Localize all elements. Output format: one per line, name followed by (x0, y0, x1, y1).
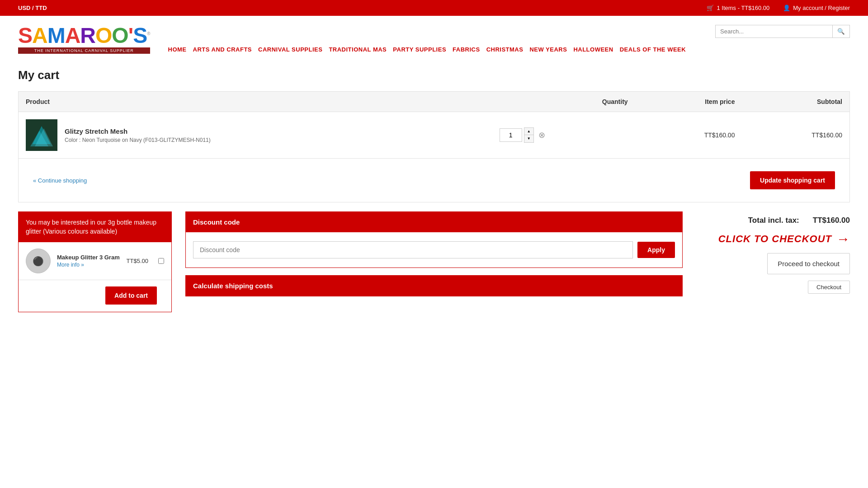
discount-panel: Discount code Apply (185, 211, 683, 268)
product-name: Glitzy Stretch Mesh (65, 127, 211, 135)
related-panel-header: You may be interested in our 3g bottle m… (19, 212, 171, 242)
search-input[interactable] (715, 25, 833, 38)
cart-actions-row: « Continue shopping Update shopping cart (19, 159, 850, 202)
page-content: My cart Product Quantity Item price Subt… (0, 59, 868, 330)
nav-arts-crafts[interactable]: ARTS AND CRAFTS (193, 44, 259, 55)
discount-body: Apply (186, 232, 682, 267)
related-product-name: Makeup Glitter 3 Gram (57, 254, 120, 261)
update-cart-button[interactable]: Update shopping cart (750, 171, 835, 189)
col-item-price: Item price (635, 92, 742, 112)
related-checkbox[interactable] (158, 258, 164, 264)
total-amount: TT$160.00 (813, 216, 850, 225)
logo-text: SAMAROO'S® (18, 25, 150, 47)
proceed-to-checkout-button[interactable]: Proceed to checkout (767, 253, 850, 274)
related-info: Makeup Glitter 3 Gram More info » (57, 254, 120, 268)
quantity-input[interactable] (500, 128, 522, 142)
related-price: TT$5.00 (127, 258, 148, 264)
qty-up-button[interactable]: ▲ (524, 128, 533, 135)
related-thumbnail: ⚫ (26, 249, 51, 273)
account-link[interactable]: 👤 My account / Register (783, 5, 850, 11)
logo[interactable]: SAMAROO'S® THE INTERNATIONAL CARNIVAL SU… (18, 25, 150, 54)
currency-selector[interactable]: USD / TTD (18, 5, 47, 11)
product-variant: Color : Neon Turquoise on Navy (F013-GLI… (65, 137, 211, 143)
add-to-cart-button[interactable]: Add to cart (105, 286, 157, 305)
header: SAMAROO'S® THE INTERNATIONAL CARNIVAL SU… (0, 16, 868, 59)
search-bar: 🔍 (168, 25, 850, 38)
nav-deals[interactable]: DEALS OF THE WEEK (620, 44, 692, 55)
cart-icon: 🛒 (707, 5, 714, 11)
nav-traditional[interactable]: TRADITIONAL MAS (329, 44, 393, 55)
middle-panel: Discount code Apply Calculate shipping c… (185, 211, 683, 296)
nav-carnival[interactable]: CARNIVAL SUPPLIES (258, 44, 329, 55)
related-item: ⚫ Makeup Glitter 3 Gram More info » TT$5… (19, 242, 171, 280)
registered-icon: ® (147, 31, 150, 36)
apply-discount-button[interactable]: Apply (637, 242, 675, 258)
logo-tagline: THE INTERNATIONAL CARNIVAL SUPPLIER (18, 47, 150, 54)
product-cell: Glitzy Stretch Mesh Color : Neon Turquoi… (19, 112, 492, 159)
more-info-link[interactable]: More info » (57, 262, 84, 268)
item-price-cell: TT$160.00 (635, 112, 742, 159)
col-subtotal: Subtotal (742, 92, 849, 112)
cart-table: Product Quantity Item price Subtotal (18, 91, 850, 202)
main-nav: HOME ARTS AND CRAFTS CARNIVAL SUPPLIES T… (168, 44, 850, 55)
col-quantity: Quantity (492, 92, 635, 112)
user-icon: 👤 (783, 5, 790, 11)
search-icon: 🔍 (837, 28, 845, 35)
discount-input[interactable] (193, 241, 633, 258)
product-thumbnail (26, 119, 57, 151)
nav-search-area: 🔍 HOME ARTS AND CRAFTS CARNIVAL SUPPLIES… (168, 25, 850, 55)
nav-newyears[interactable]: NEW YEARS (529, 44, 573, 55)
continue-shopping-link[interactable]: « Continue shopping (33, 177, 87, 184)
nav-home[interactable]: HOME (168, 44, 193, 55)
discount-header: Discount code (186, 212, 682, 232)
nav-christmas[interactable]: CHRISTMAS (486, 44, 530, 55)
table-row: Glitzy Stretch Mesh Color : Neon Turquoi… (19, 112, 850, 159)
checkout-panel: Total incl. tax: TT$160.00 CLICK TO CHEC… (696, 211, 850, 294)
page-title: My cart (18, 68, 850, 82)
remove-item-button[interactable]: ⊗ (538, 130, 545, 140)
search-button[interactable]: 🔍 (833, 25, 850, 38)
checkout-button[interactable]: Checkout (808, 281, 850, 294)
top-bar: USD / TTD 🛒 1 Items - TT$160.00 👤 My acc… (0, 0, 868, 16)
checkout-arrow-icon: → (836, 231, 850, 247)
shipping-header: Calculate shipping costs (186, 276, 682, 296)
cart-actions-cell: « Continue shopping Update shopping cart (19, 159, 850, 202)
nav-party[interactable]: PARTY SUPPLIES (393, 44, 453, 55)
quantity-arrows: ▲ ▼ (524, 127, 534, 143)
shipping-panel: Calculate shipping costs (185, 275, 683, 296)
total-row: Total incl. tax: TT$160.00 (748, 216, 850, 225)
nav-fabrics[interactable]: FABRICS (453, 44, 486, 55)
related-products-panel: You may be interested in our 3g bottle m… (18, 211, 172, 312)
quantity-cell: ▲ ▼ ⊗ (492, 112, 635, 159)
qty-down-button[interactable]: ▼ (524, 135, 533, 142)
total-label: Total incl. tax: (748, 216, 799, 225)
click-checkout-area: CLICK TO CHECKOUT → (718, 231, 850, 247)
cart-summary[interactable]: 🛒 1 Items - TT$160.00 (707, 5, 769, 11)
subtotal-cell: TT$160.00 (742, 112, 849, 159)
bottom-section: You may be interested in our 3g bottle m… (18, 211, 850, 312)
nav-halloween[interactable]: HALLOWEEN (573, 44, 619, 55)
col-product: Product (19, 92, 492, 112)
click-checkout-text: CLICK TO CHECKOUT (718, 233, 832, 245)
